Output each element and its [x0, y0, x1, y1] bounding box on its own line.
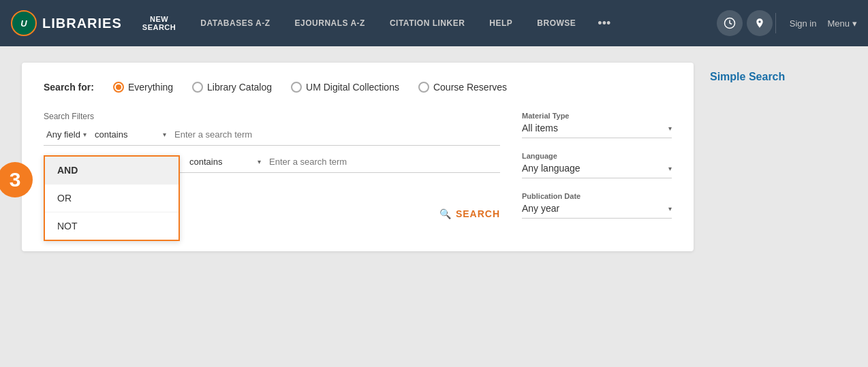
- databases-nav[interactable]: DATABASES A-Z: [188, 0, 282, 46]
- radio-circle-library: [192, 82, 203, 93]
- help-nav[interactable]: HELP: [477, 0, 525, 46]
- search-button[interactable]: 🔍 SEARCH: [439, 208, 500, 219]
- radio-um-digital[interactable]: UM Digital Collections: [291, 82, 399, 93]
- history-icon-btn[interactable]: [717, 10, 743, 36]
- field-select-1[interactable]: Any field Title Author Subject: [44, 128, 83, 141]
- search-for-row: Search for: Everything Library Catalog U…: [44, 82, 672, 93]
- dropdown-item-and[interactable]: AND: [45, 157, 179, 185]
- language-select[interactable]: Any language ▾: [522, 163, 672, 178]
- publication-date-group: Publication Date Any year ▾: [522, 192, 672, 219]
- language-label: Language: [522, 152, 672, 160]
- field-select-arrow-2: ▾: [258, 158, 261, 165]
- step-3-badge: 3: [0, 162, 33, 197]
- radio-everything[interactable]: Everything: [113, 82, 173, 93]
- field-select-2[interactable]: contains does not contain: [187, 155, 258, 168]
- operator-select-arrow-1: ▾: [163, 131, 166, 138]
- field-select-arrow-1: ▾: [83, 131, 87, 138]
- pin-icon-btn[interactable]: [747, 10, 773, 36]
- filters-label: Search Filters: [44, 112, 500, 121]
- new-search-nav[interactable]: NEW SEARCH: [130, 0, 188, 46]
- radio-circle-course-reserves: [418, 82, 429, 93]
- operator-select-1[interactable]: contains does not contain is: [92, 128, 163, 141]
- material-type-label: Material Type: [522, 112, 672, 120]
- radio-circle-everything: [113, 82, 124, 93]
- filter-row-1: Any field Title Author Subject ▾ contain…: [44, 128, 500, 146]
- material-type-group: Material Type All items ▾: [522, 112, 672, 138]
- logo: U LIBRARIES: [11, 10, 122, 36]
- publication-date-arrow: ▾: [668, 205, 672, 212]
- logo-badge: U: [11, 10, 37, 36]
- radio-library-catalog[interactable]: Library Catalog: [192, 82, 272, 93]
- publication-date-select[interactable]: Any year ▾: [522, 203, 672, 219]
- search-for-label: Search for:: [44, 82, 94, 93]
- search-input-1[interactable]: [172, 128, 500, 141]
- operator-dropdown: AND OR NOT: [44, 155, 180, 241]
- language-arrow: ▾: [668, 165, 672, 172]
- logo-letter: U: [20, 18, 27, 29]
- filters-right: Material Type All items ▾ Language Any l…: [522, 112, 672, 232]
- citation-linker-nav[interactable]: CITATION LINKER: [377, 0, 477, 46]
- sign-in-link[interactable]: Sign in: [790, 18, 817, 29]
- material-type-select[interactable]: All items ▾: [522, 123, 672, 138]
- sidebar: Simple Search: [710, 63, 846, 83]
- simple-search-link[interactable]: Simple Search: [710, 71, 785, 82]
- browse-nav[interactable]: BROWSE: [525, 0, 588, 46]
- material-type-arrow: ▾: [668, 125, 672, 132]
- search-input-2[interactable]: [266, 155, 500, 168]
- filter-row-2: 3 AND OR NOT contains does not contain ▾: [44, 155, 500, 173]
- publication-date-label: Publication Date: [522, 192, 672, 200]
- filters-section: Search Filters Any field Title Author Su…: [44, 112, 672, 232]
- more-nav[interactable]: •••: [588, 0, 620, 46]
- brand-name: LIBRARIES: [42, 16, 122, 31]
- search-icon: 🔍: [439, 208, 452, 219]
- radio-circle-um-digital: [291, 82, 302, 93]
- search-card: Search for: Everything Library Catalog U…: [22, 63, 694, 251]
- navbar: U LIBRARIES NEW SEARCH DATABASES A-Z EJO…: [0, 0, 868, 46]
- dropdown-item-not[interactable]: NOT: [45, 212, 179, 240]
- main-content: Search for: Everything Library Catalog U…: [0, 46, 868, 268]
- ejournals-nav[interactable]: EJOURNALS A-Z: [283, 0, 377, 46]
- menu-button[interactable]: Menu ▾: [827, 18, 857, 29]
- dropdown-item-or[interactable]: OR: [45, 185, 179, 212]
- filters-left: Search Filters Any field Title Author Su…: [44, 112, 500, 232]
- language-group: Language Any language ▾: [522, 152, 672, 178]
- nav-divider: [775, 13, 776, 33]
- radio-course-reserves[interactable]: Course Reserves: [418, 82, 507, 93]
